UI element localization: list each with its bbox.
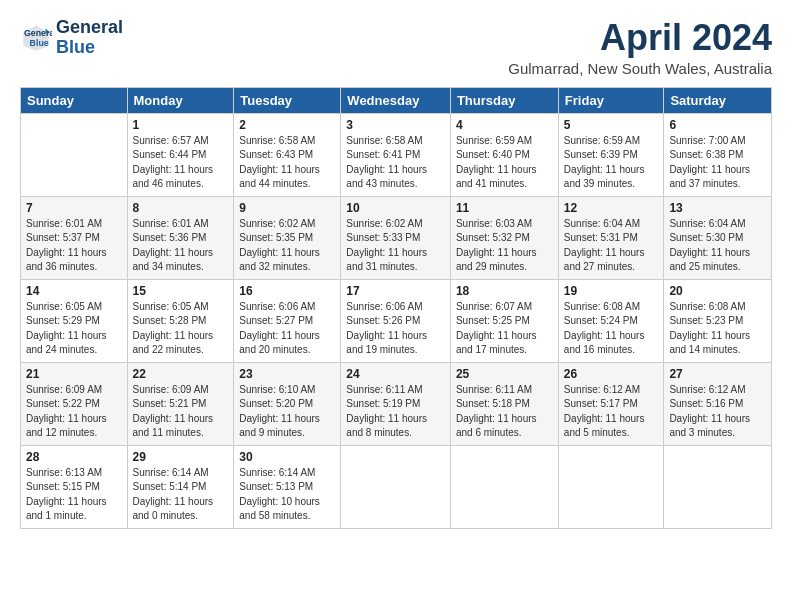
day-info: Sunrise: 6:58 AMSunset: 6:43 PMDaylight:… — [239, 134, 335, 192]
day-info: Sunrise: 6:07 AMSunset: 5:25 PMDaylight:… — [456, 300, 553, 358]
day-info: Sunrise: 6:08 AMSunset: 5:23 PMDaylight:… — [669, 300, 766, 358]
calendar-cell: 29Sunrise: 6:14 AMSunset: 5:14 PMDayligh… — [127, 445, 234, 528]
page: General Blue General Blue April 2024 Gul… — [0, 0, 792, 612]
calendar-cell: 28Sunrise: 6:13 AMSunset: 5:15 PMDayligh… — [21, 445, 128, 528]
day-header-saturday: Saturday — [664, 87, 772, 113]
day-number: 16 — [239, 284, 335, 298]
day-info: Sunrise: 6:58 AMSunset: 6:41 PMDaylight:… — [346, 134, 445, 192]
calendar-cell: 24Sunrise: 6:11 AMSunset: 5:19 PMDayligh… — [341, 362, 451, 445]
calendar-cell: 5Sunrise: 6:59 AMSunset: 6:39 PMDaylight… — [558, 113, 664, 196]
calendar-cell: 8Sunrise: 6:01 AMSunset: 5:36 PMDaylight… — [127, 196, 234, 279]
day-number: 26 — [564, 367, 659, 381]
day-info: Sunrise: 6:04 AMSunset: 5:31 PMDaylight:… — [564, 217, 659, 275]
day-number: 15 — [133, 284, 229, 298]
calendar-cell: 13Sunrise: 6:04 AMSunset: 5:30 PMDayligh… — [664, 196, 772, 279]
day-info: Sunrise: 6:05 AMSunset: 5:28 PMDaylight:… — [133, 300, 229, 358]
calendar-cell: 26Sunrise: 6:12 AMSunset: 5:17 PMDayligh… — [558, 362, 664, 445]
day-number: 19 — [564, 284, 659, 298]
calendar-cell: 27Sunrise: 6:12 AMSunset: 5:16 PMDayligh… — [664, 362, 772, 445]
svg-text:General: General — [24, 28, 52, 38]
calendar-cell: 22Sunrise: 6:09 AMSunset: 5:21 PMDayligh… — [127, 362, 234, 445]
day-number: 22 — [133, 367, 229, 381]
day-info: Sunrise: 6:08 AMSunset: 5:24 PMDaylight:… — [564, 300, 659, 358]
logo-text: General Blue — [56, 18, 123, 58]
day-info: Sunrise: 6:57 AMSunset: 6:44 PMDaylight:… — [133, 134, 229, 192]
day-info: Sunrise: 6:14 AMSunset: 5:14 PMDaylight:… — [133, 466, 229, 524]
calendar-cell: 2Sunrise: 6:58 AMSunset: 6:43 PMDaylight… — [234, 113, 341, 196]
calendar-cell: 10Sunrise: 6:02 AMSunset: 5:33 PMDayligh… — [341, 196, 451, 279]
day-info: Sunrise: 6:01 AMSunset: 5:36 PMDaylight:… — [133, 217, 229, 275]
day-number: 7 — [26, 201, 122, 215]
calendar-cell: 23Sunrise: 6:10 AMSunset: 5:20 PMDayligh… — [234, 362, 341, 445]
day-number: 5 — [564, 118, 659, 132]
day-info: Sunrise: 6:03 AMSunset: 5:32 PMDaylight:… — [456, 217, 553, 275]
calendar-header-row: SundayMondayTuesdayWednesdayThursdayFrid… — [21, 87, 772, 113]
day-info: Sunrise: 6:59 AMSunset: 6:39 PMDaylight:… — [564, 134, 659, 192]
calendar-week-row: 28Sunrise: 6:13 AMSunset: 5:15 PMDayligh… — [21, 445, 772, 528]
logo-icon: General Blue — [20, 22, 52, 54]
header: General Blue General Blue April 2024 Gul… — [20, 18, 772, 77]
day-number: 11 — [456, 201, 553, 215]
day-header-monday: Monday — [127, 87, 234, 113]
calendar-cell: 11Sunrise: 6:03 AMSunset: 5:32 PMDayligh… — [450, 196, 558, 279]
calendar-table: SundayMondayTuesdayWednesdayThursdayFrid… — [20, 87, 772, 529]
day-number: 2 — [239, 118, 335, 132]
day-number: 28 — [26, 450, 122, 464]
day-number: 21 — [26, 367, 122, 381]
calendar-cell: 7Sunrise: 6:01 AMSunset: 5:37 PMDaylight… — [21, 196, 128, 279]
day-number: 30 — [239, 450, 335, 464]
calendar-cell: 1Sunrise: 6:57 AMSunset: 6:44 PMDaylight… — [127, 113, 234, 196]
calendar-week-row: 1Sunrise: 6:57 AMSunset: 6:44 PMDaylight… — [21, 113, 772, 196]
calendar-cell: 21Sunrise: 6:09 AMSunset: 5:22 PMDayligh… — [21, 362, 128, 445]
day-number: 10 — [346, 201, 445, 215]
day-info: Sunrise: 7:00 AMSunset: 6:38 PMDaylight:… — [669, 134, 766, 192]
calendar-cell: 9Sunrise: 6:02 AMSunset: 5:35 PMDaylight… — [234, 196, 341, 279]
day-header-tuesday: Tuesday — [234, 87, 341, 113]
day-info: Sunrise: 6:12 AMSunset: 5:16 PMDaylight:… — [669, 383, 766, 441]
day-number: 3 — [346, 118, 445, 132]
day-header-wednesday: Wednesday — [341, 87, 451, 113]
day-number: 8 — [133, 201, 229, 215]
calendar-cell — [21, 113, 128, 196]
day-info: Sunrise: 6:13 AMSunset: 5:15 PMDaylight:… — [26, 466, 122, 524]
day-info: Sunrise: 6:11 AMSunset: 5:18 PMDaylight:… — [456, 383, 553, 441]
day-number: 23 — [239, 367, 335, 381]
day-info: Sunrise: 6:02 AMSunset: 5:35 PMDaylight:… — [239, 217, 335, 275]
day-number: 14 — [26, 284, 122, 298]
day-info: Sunrise: 6:14 AMSunset: 5:13 PMDaylight:… — [239, 466, 335, 524]
calendar-cell: 18Sunrise: 6:07 AMSunset: 5:25 PMDayligh… — [450, 279, 558, 362]
day-number: 25 — [456, 367, 553, 381]
day-info: Sunrise: 6:02 AMSunset: 5:33 PMDaylight:… — [346, 217, 445, 275]
calendar-cell: 16Sunrise: 6:06 AMSunset: 5:27 PMDayligh… — [234, 279, 341, 362]
day-header-friday: Friday — [558, 87, 664, 113]
day-info: Sunrise: 6:09 AMSunset: 5:22 PMDaylight:… — [26, 383, 122, 441]
title-block: April 2024 Gulmarrad, New South Wales, A… — [508, 18, 772, 77]
calendar-cell: 19Sunrise: 6:08 AMSunset: 5:24 PMDayligh… — [558, 279, 664, 362]
location: Gulmarrad, New South Wales, Australia — [508, 60, 772, 77]
svg-text:Blue: Blue — [30, 38, 49, 48]
day-number: 20 — [669, 284, 766, 298]
calendar-week-row: 7Sunrise: 6:01 AMSunset: 5:37 PMDaylight… — [21, 196, 772, 279]
calendar-cell: 30Sunrise: 6:14 AMSunset: 5:13 PMDayligh… — [234, 445, 341, 528]
calendar-cell: 3Sunrise: 6:58 AMSunset: 6:41 PMDaylight… — [341, 113, 451, 196]
day-info: Sunrise: 6:12 AMSunset: 5:17 PMDaylight:… — [564, 383, 659, 441]
calendar-cell: 15Sunrise: 6:05 AMSunset: 5:28 PMDayligh… — [127, 279, 234, 362]
calendar-week-row: 21Sunrise: 6:09 AMSunset: 5:22 PMDayligh… — [21, 362, 772, 445]
calendar-cell — [664, 445, 772, 528]
calendar-cell: 12Sunrise: 6:04 AMSunset: 5:31 PMDayligh… — [558, 196, 664, 279]
day-number: 29 — [133, 450, 229, 464]
day-info: Sunrise: 6:09 AMSunset: 5:21 PMDaylight:… — [133, 383, 229, 441]
day-number: 18 — [456, 284, 553, 298]
day-info: Sunrise: 6:04 AMSunset: 5:30 PMDaylight:… — [669, 217, 766, 275]
day-number: 13 — [669, 201, 766, 215]
day-number: 9 — [239, 201, 335, 215]
calendar-cell — [341, 445, 451, 528]
day-header-thursday: Thursday — [450, 87, 558, 113]
day-number: 4 — [456, 118, 553, 132]
day-info: Sunrise: 6:10 AMSunset: 5:20 PMDaylight:… — [239, 383, 335, 441]
day-number: 17 — [346, 284, 445, 298]
day-info: Sunrise: 6:11 AMSunset: 5:19 PMDaylight:… — [346, 383, 445, 441]
day-number: 6 — [669, 118, 766, 132]
day-number: 1 — [133, 118, 229, 132]
calendar-cell — [450, 445, 558, 528]
